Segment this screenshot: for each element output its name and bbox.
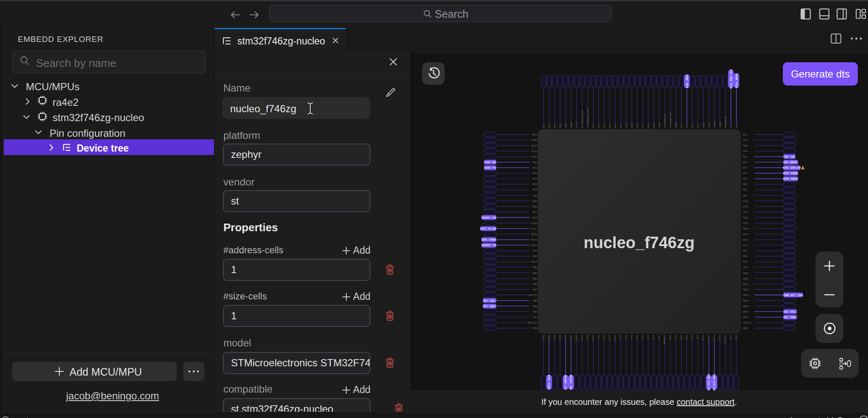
svg-text:VSS: VSS xyxy=(597,335,600,340)
svg-text:0: 0 xyxy=(34,416,39,418)
svg-text:PE15: PE15 xyxy=(743,305,748,307)
svg-text:PC5: PC5 xyxy=(743,177,748,180)
svg-text:nucleo_f746zg: nucleo_f746zg xyxy=(584,234,695,252)
svg-text:PF11: PF11 xyxy=(743,200,748,202)
svg-text:ETH · TX_EN: ETH · TX_EN xyxy=(480,227,496,230)
svg-text:PE4: PE4 xyxy=(554,124,556,128)
svg-text:NRST: NRST xyxy=(675,122,677,128)
svg-text:PG8: PG8 xyxy=(652,335,655,340)
svg-text:I2C · SCL: I2C · SCL xyxy=(784,310,796,313)
svg-text:VDD: VDD xyxy=(532,200,537,202)
svg-text:ETH · MDC: ETH · MDC xyxy=(686,75,688,88)
svg-text:USART · TX: USART · TX xyxy=(564,375,567,390)
svg-text:VDD: VDD xyxy=(603,335,605,340)
svg-text:PG15: PG15 xyxy=(531,260,537,263)
svg-text:USB_OTG_FS: USB_OTG_FS xyxy=(707,374,710,391)
svg-text:I2S · CK: I2S · CK xyxy=(785,155,795,158)
svg-text:PE3: PE3 xyxy=(548,124,551,128)
svg-text:PE10: PE10 xyxy=(743,277,748,280)
svg-text:USART · TX: USART · TX xyxy=(481,244,496,246)
svg-text:VDD: VDD xyxy=(532,327,537,329)
svg-text:PF4: PF4 xyxy=(614,124,617,128)
svg-text:PC12: PC12 xyxy=(531,155,537,158)
svg-text:ETH · MDIO: ETH · MDIO xyxy=(735,73,738,88)
svg-text:PC10: PC10 xyxy=(531,144,537,147)
svg-text:VSS: VSS xyxy=(743,211,748,213)
svg-text:VSS: VSS xyxy=(729,335,732,340)
svg-text:PB0: PB0 xyxy=(743,183,747,185)
svg-text:PA10: PA10 xyxy=(702,335,704,340)
svg-text:PC15/OSC32_OUT: PC15/OSC32_OUT xyxy=(587,108,589,128)
svg-text:I2C · SCL: I2C · SCL xyxy=(484,299,495,302)
svg-text:PE11: PE11 xyxy=(743,283,748,285)
svg-text:TIM1_8F7 · CH3: TIM1_8F7 · CH3 xyxy=(783,294,803,296)
svg-text:PC9: PC9 xyxy=(685,335,688,340)
svg-text:VCAP_1: VCAP_1 xyxy=(743,321,752,324)
svg-text:PB3: PB3 xyxy=(533,266,537,269)
svg-text:PF8: PF8 xyxy=(647,124,650,128)
svg-text:PA2: PA2 xyxy=(735,124,738,128)
svg-text:PG6: PG6 xyxy=(641,335,644,340)
svg-text:VDD: VDD xyxy=(735,335,737,340)
svg-text:ETH · TXD1: ETH · TXD1 xyxy=(548,375,550,389)
svg-text:PA5: PA5 xyxy=(743,155,747,158)
svg-text:PA6: PA6 xyxy=(743,161,747,163)
svg-text:PD15: PD15 xyxy=(614,335,616,341)
svg-text:PC6: PC6 xyxy=(669,335,671,340)
svg-text:SPI · MISO: SPI · MISO xyxy=(784,161,797,163)
svg-text:PF7: PF7 xyxy=(642,124,644,128)
svg-text:PD8: PD8 xyxy=(564,335,567,340)
svg-text:PG7: PG7 xyxy=(647,335,649,340)
svg-text:ETH · CRS_DV: ETH · CRS_DV xyxy=(783,166,801,169)
svg-text:PG4: PG4 xyxy=(630,335,633,340)
svg-text:PA15: PA15 xyxy=(531,139,537,141)
svg-text:PB5: PB5 xyxy=(533,277,537,280)
svg-text:PF3: PF3 xyxy=(609,124,611,128)
svg-text:PA0/WKUP: PA0/WKUP xyxy=(724,116,727,128)
svg-text:PD7: PD7 xyxy=(533,211,537,213)
svg-text:PB12: PB12 xyxy=(542,335,545,340)
svg-text:PG12: PG12 xyxy=(531,233,537,235)
svg-text:USB_OTG_FS: USB_OTG_FS xyxy=(713,374,715,391)
svg-text:PG1: PG1 xyxy=(743,244,748,246)
svg-text:PE5: PE5 xyxy=(559,124,562,128)
svg-text:PC1: PC1 xyxy=(686,124,688,128)
svg-text:PF0: PF0 xyxy=(592,124,595,128)
svg-text:CAN · TX: CAN · TX xyxy=(484,166,496,169)
svg-text:VSS: VSS xyxy=(743,139,748,141)
svg-text:ETH · TXD0: ETH · TXD0 xyxy=(482,238,496,241)
svg-text:VSS: VSS xyxy=(532,249,537,252)
svg-text:VDD: VDD xyxy=(532,255,537,257)
svg-text:PF9: PF9 xyxy=(653,124,655,128)
svg-text:PB10: PB10 xyxy=(743,310,748,313)
svg-text:PD5: PD5 xyxy=(533,188,537,191)
svg-text:PA12: PA12 xyxy=(713,335,715,340)
svg-text:PG11: PG11 xyxy=(531,227,537,230)
svg-text:PA1: PA1 xyxy=(730,124,732,128)
svg-text:USART · RX: USART · RX xyxy=(570,375,572,390)
svg-text:PF10: PF10 xyxy=(658,122,661,128)
svg-text:VSS: VSS xyxy=(658,335,660,340)
svg-text:PD1: PD1 xyxy=(533,166,537,169)
svg-text:PB7: PB7 xyxy=(533,288,537,291)
svg-text:VSS: VSS xyxy=(743,266,748,269)
svg-text:PC11: PC11 xyxy=(531,150,537,152)
svg-text:PF5: PF5 xyxy=(620,124,622,128)
svg-text:PC14/OSC32_IN: PC14/OSC32_IN xyxy=(581,111,584,128)
svg-text:0: 0 xyxy=(14,416,19,418)
svg-text:PD12: PD12 xyxy=(586,335,589,341)
svg-text:PA14: PA14 xyxy=(531,133,537,136)
svg-text:PE0: PE0 xyxy=(533,310,537,313)
svg-text:PD4: PD4 xyxy=(533,183,537,185)
svg-text:I2C · SDA: I2C · SDA xyxy=(484,305,495,307)
svg-text:PC0: PC0 xyxy=(680,124,683,128)
svg-text:PB4: PB4 xyxy=(533,272,537,274)
svg-text:PE8: PE8 xyxy=(743,255,747,257)
svg-text:VSSA: VSSA xyxy=(708,122,710,128)
svg-text:PD13: PD13 xyxy=(592,335,594,341)
svg-text:PF14: PF14 xyxy=(743,227,748,230)
svg-text:PD14: PD14 xyxy=(608,335,611,341)
svg-text:PA9: PA9 xyxy=(696,335,699,339)
svg-text:PE7: PE7 xyxy=(743,249,747,252)
svg-text:BOOT0: BOOT0 xyxy=(529,294,537,296)
